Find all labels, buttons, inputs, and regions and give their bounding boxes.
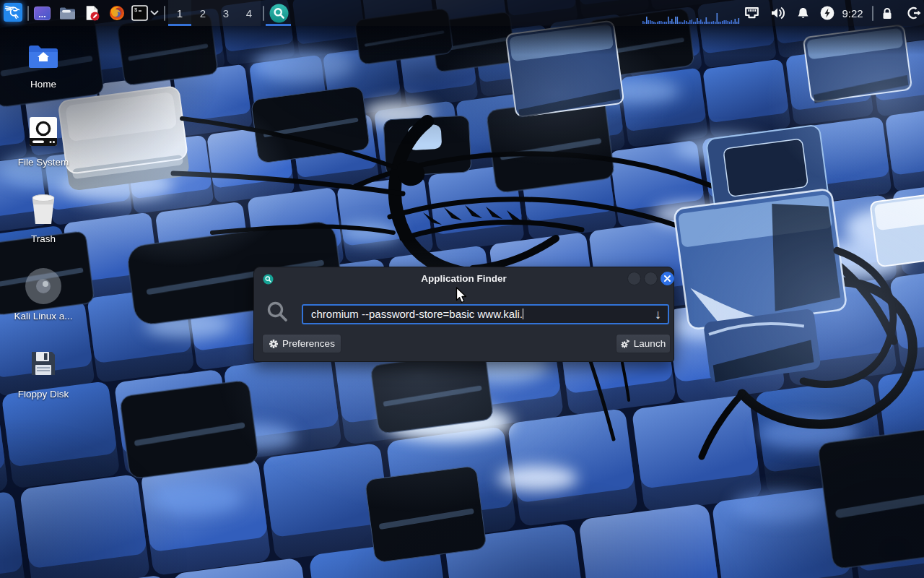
svg-text:$: $ — [134, 7, 137, 13]
